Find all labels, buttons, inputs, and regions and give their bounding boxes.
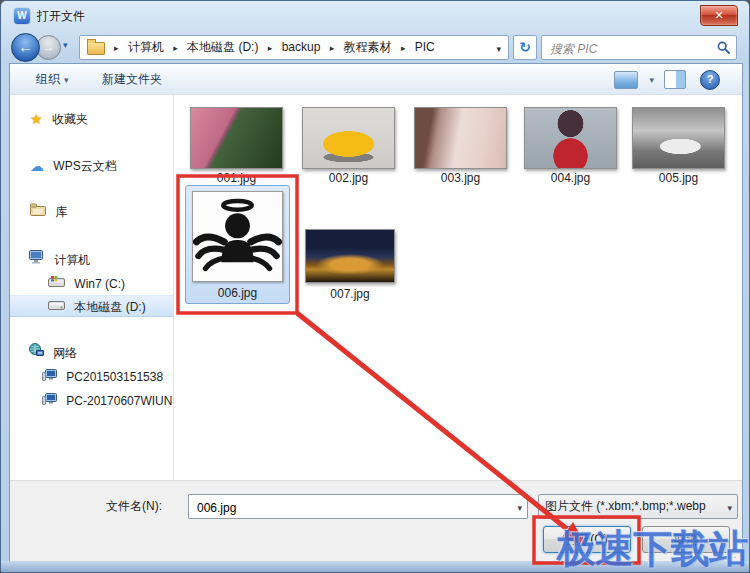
dialog-client-area: 组织▾ 新建文件夹 ▾ ? ★ 收藏夹 ☁ WPS云文档 xyxy=(9,63,743,563)
file-item-006-selected[interactable]: 006.jpg xyxy=(185,185,290,304)
folder-icon xyxy=(87,42,105,55)
chevron-right-icon: ▸ xyxy=(262,43,279,53)
help-icon[interactable]: ? xyxy=(700,70,720,90)
breadcrumb: ▸ 计算机 ▸ 本地磁盘 (D:) ▸ backup ▸ 教程素材 ▸ PIC xyxy=(108,36,435,60)
search-icon xyxy=(717,41,730,54)
sidebar-item-pc1[interactable]: PC201503151538 xyxy=(42,367,163,387)
cloud-icon: ☁ xyxy=(30,156,44,176)
file-thumbnail-007[interactable] xyxy=(305,229,395,283)
filename-combo[interactable]: ▾ xyxy=(188,494,528,519)
file-browser-content: ★ 收藏夹 ☁ WPS云文档 库 计算机 xyxy=(10,95,742,480)
window-title: 打开文件 xyxy=(37,1,85,31)
wps-app-icon: W xyxy=(14,8,30,24)
views-dropdown-icon[interactable]: ▾ xyxy=(649,75,654,85)
file-label[interactable]: 007.jpg xyxy=(305,287,395,301)
sidebar-item-drive-d[interactable]: 本地磁盘 (D:) xyxy=(48,297,146,317)
libraries-icon xyxy=(30,202,46,222)
open-button[interactable]: 打开(O) xyxy=(543,526,631,553)
sidebar-item-libraries[interactable]: 库 xyxy=(30,202,67,222)
command-toolbar: 组织▾ 新建文件夹 ▾ ? xyxy=(10,64,742,95)
filename-input[interactable] xyxy=(195,497,499,518)
breadcrumb-backup[interactable]: backup xyxy=(282,40,321,54)
refresh-button[interactable]: ↻ xyxy=(513,35,537,60)
file-label[interactable]: 006.jpg xyxy=(186,286,289,300)
filetype-value: 图片文件 (*.xbm;*.bmp;*.webp xyxy=(545,495,717,518)
chevron-right-icon: ▸ xyxy=(108,43,125,53)
file-label[interactable]: 002.jpg xyxy=(302,171,395,185)
open-file-dialog: W 打开文件 ✕ ← → ▾ ▸ 计算机 ▸ 本地磁盘 (D:) ▸ backu… xyxy=(0,0,750,573)
sidebar-item-wps-cloud[interactable]: ☁ WPS云文档 xyxy=(30,156,117,176)
close-button[interactable]: ✕ xyxy=(700,5,738,26)
file-thumbnail-005[interactable] xyxy=(632,107,725,169)
chevron-right-icon: ▸ xyxy=(167,43,184,53)
search-input[interactable] xyxy=(548,38,712,59)
sidebar-item-drive-c[interactable]: Win7 (C:) xyxy=(48,274,125,294)
file-label[interactable]: 003.jpg xyxy=(414,171,507,185)
sidebar-item-computer[interactable]: 计算机 xyxy=(28,250,90,270)
computer-icon xyxy=(28,250,45,270)
chevron-down-icon: ▾ xyxy=(727,503,732,513)
search-box[interactable] xyxy=(541,35,737,60)
chevron-down-icon[interactable]: ▾ xyxy=(517,503,522,513)
back-button[interactable]: ← xyxy=(11,33,40,62)
file-thumbnail-003[interactable] xyxy=(414,107,507,169)
pc-icon xyxy=(42,367,57,387)
chevron-right-icon: ▸ xyxy=(395,43,412,53)
sidebar-item-pc2[interactable]: PC-20170607WIUN xyxy=(42,391,172,411)
address-bar[interactable]: ▸ 计算机 ▸ 本地磁盘 (D:) ▸ backup ▸ 教程素材 ▸ PIC … xyxy=(79,35,509,60)
breadcrumb-material[interactable]: 教程素材 xyxy=(344,40,392,54)
cancel-button[interactable]: 取消 xyxy=(642,526,730,553)
new-folder-button[interactable]: 新建文件夹 xyxy=(102,64,162,94)
filetype-dropdown[interactable]: 图片文件 (*.xbm;*.bmp;*.webp ▾ xyxy=(538,494,738,519)
views-icon[interactable] xyxy=(614,71,638,89)
drive-d-icon xyxy=(48,297,65,317)
angel-placeholder-icon xyxy=(193,192,282,281)
drive-c-icon xyxy=(48,274,65,294)
pc-icon xyxy=(42,391,57,411)
sidebar-item-favorites[interactable]: ★ 收藏夹 xyxy=(30,109,88,129)
file-label[interactable]: 005.jpg xyxy=(632,171,725,185)
chevron-down-icon: ▾ xyxy=(60,75,69,85)
recent-pages-dropdown-icon[interactable]: ▾ xyxy=(63,40,68,50)
sidebar-item-network[interactable]: 网络 xyxy=(28,343,77,363)
star-icon: ★ xyxy=(30,109,43,129)
address-dropdown-icon[interactable]: ▾ xyxy=(496,44,501,54)
breadcrumb-drive-d[interactable]: 本地磁盘 (D:) xyxy=(187,40,258,54)
file-thumbnail-004[interactable] xyxy=(524,107,617,169)
organize-menu[interactable]: 组织▾ xyxy=(36,64,69,95)
file-thumbnail-006[interactable] xyxy=(192,191,283,282)
navigation-sidebar: ★ 收藏夹 ☁ WPS云文档 库 计算机 xyxy=(10,95,174,480)
preview-pane-icon[interactable] xyxy=(664,70,686,89)
breadcrumb-pic[interactable]: PIC xyxy=(415,40,435,54)
file-thumbnail-001[interactable] xyxy=(190,107,283,169)
file-label[interactable]: 001.jpg xyxy=(190,171,283,185)
chevron-right-icon: ▸ xyxy=(324,43,341,53)
dialog-footer: 文件名(N): ▾ 图片文件 (*.xbm;*.bmp;*.webp ▾ 打开(… xyxy=(10,480,742,564)
file-thumbnail-002[interactable] xyxy=(302,107,395,169)
resize-grip[interactable]: ⋱ xyxy=(727,549,737,559)
file-label[interactable]: 004.jpg xyxy=(524,171,617,185)
filename-label: 文件名(N): xyxy=(106,494,162,519)
breadcrumb-computer[interactable]: 计算机 xyxy=(128,40,164,54)
network-icon xyxy=(28,343,44,363)
title-bar: W 打开文件 ✕ xyxy=(1,1,749,31)
window-bottom-border xyxy=(1,561,749,572)
